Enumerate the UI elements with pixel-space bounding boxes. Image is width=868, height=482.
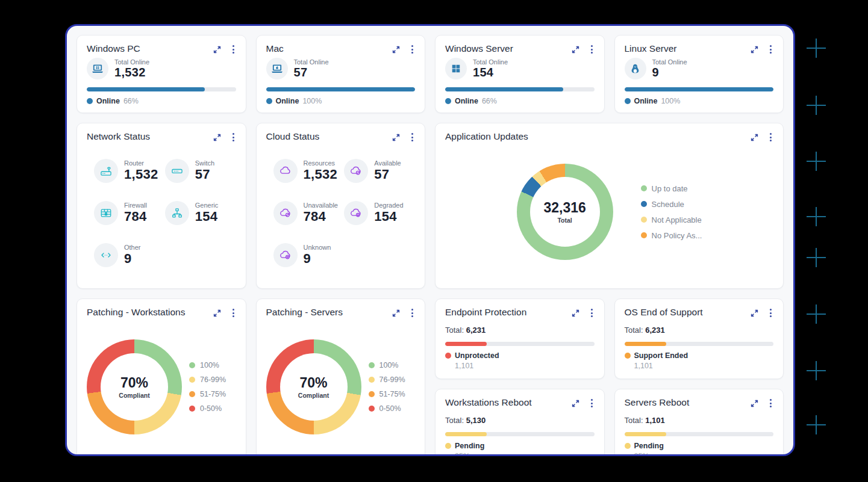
status-dot: [266, 98, 272, 104]
legend-label: No Policy As...: [652, 231, 702, 240]
stat-label: Degraded: [374, 202, 403, 209]
stat-unknown: Unknown 9: [273, 243, 345, 267]
total-line: Total: 1,101: [625, 416, 774, 425]
status-dot: [445, 353, 451, 359]
donut-center-label: Compliant: [119, 392, 149, 399]
card-title: Mac: [266, 43, 284, 54]
online-progress-bar: [445, 87, 595, 91]
expand-icon[interactable]: [750, 45, 759, 54]
donut-center-value: 70%: [299, 375, 327, 391]
legend-label: 76-99%: [379, 375, 405, 384]
stat-value: 1,532: [124, 167, 158, 182]
kebab-menu-icon[interactable]: [768, 398, 773, 408]
expand-icon[interactable]: [750, 399, 759, 408]
status-label: Online: [96, 97, 120, 105]
metric-value: 57: [294, 66, 329, 79]
status-label: Pending: [455, 442, 484, 450]
legend-label: 76-99%: [200, 375, 226, 384]
kebab-menu-icon[interactable]: [589, 45, 595, 54]
expand-icon[interactable]: [213, 45, 222, 54]
kebab-menu-icon[interactable]: [768, 132, 773, 142]
legend-item: Schedule: [641, 200, 702, 209]
kebab-menu-icon[interactable]: [410, 132, 415, 142]
mac-laptop-icon: [266, 58, 288, 79]
status-label: Online: [634, 97, 658, 105]
online-progress-bar: [266, 87, 416, 91]
expand-icon[interactable]: [213, 309, 222, 318]
card-mac: Mac Total Online 57 Online 100%: [256, 35, 426, 113]
stat-value: 9: [124, 251, 141, 267]
expand-icon[interactable]: [392, 133, 401, 142]
metric-label: Total Online: [473, 58, 508, 66]
support-ended-progress-bar: [625, 342, 774, 346]
stat-label: Firewall: [124, 202, 147, 209]
expand-icon[interactable]: [750, 309, 759, 318]
legend-item: 0-50%: [189, 404, 226, 413]
windows-logo-icon: [445, 58, 467, 79]
plus-decoration-icon: [807, 304, 826, 324]
online-progress-bar: [625, 87, 774, 91]
pending-progress-bar: [445, 432, 595, 436]
kebab-menu-icon[interactable]: [231, 45, 236, 54]
card-windows-pc: Windows PC Total Online 1,532 Online 66%: [76, 35, 246, 113]
plus-decoration-icon: [807, 96, 826, 115]
total-value: 6,231: [645, 326, 665, 335]
stat-unavailable: Unavailable 784: [273, 201, 345, 225]
stat-value: 57: [195, 167, 214, 182]
card-endpoint-protection: Endpoint Protection Total: 6,231 Unprote…: [435, 298, 605, 379]
chart-legend: 100% 76-99% 51-75% 0-50%: [189, 361, 226, 413]
donut-center-value: 70%: [120, 375, 148, 391]
online-progress-bar: [87, 87, 236, 91]
firewall-icon: [94, 201, 118, 225]
expand-icon[interactable]: [392, 45, 401, 54]
kebab-menu-icon[interactable]: [231, 308, 236, 318]
card-windows-server: Windows Server Total Online 154 Online 6…: [435, 35, 605, 113]
status-dot: [445, 443, 451, 449]
cloud-degraded-icon: [344, 201, 368, 225]
card-patching-servers: Patching - Servers 70% Compliant 100% 76…: [256, 298, 426, 456]
chart-legend: 100% 76-99% 51-75% 0-50%: [369, 361, 405, 413]
card-title: Network Status: [87, 131, 150, 142]
legend-item: 100%: [189, 361, 226, 369]
card-servers-reboot: Servers Reboot Total: 1,101 Pending 25%: [614, 389, 784, 456]
status-value: 25%: [625, 452, 774, 456]
card-title: OS End of Support: [625, 307, 703, 318]
switch-icon: [165, 159, 189, 183]
card-title: Application Updates: [445, 131, 528, 142]
pending-progress-bar: [625, 432, 774, 436]
plus-decoration-icon: [807, 207, 826, 226]
expand-icon[interactable]: [750, 133, 759, 142]
chart-legend: Up to date Schedule Not Applicable No Po…: [641, 184, 702, 240]
total-line: Total: 5,130: [445, 416, 595, 425]
status-dot: [445, 98, 451, 104]
expand-icon[interactable]: [392, 309, 401, 318]
status-percent: 100%: [302, 97, 322, 105]
other-device-icon: [94, 243, 118, 267]
card-title: Patching - Workstations: [87, 307, 185, 318]
legend-label: 51-75%: [379, 390, 405, 398]
kebab-menu-icon[interactable]: [231, 132, 236, 142]
kebab-menu-icon[interactable]: [589, 398, 595, 408]
kebab-menu-icon[interactable]: [410, 45, 415, 54]
stat-label: Other: [124, 244, 141, 251]
expand-icon[interactable]: [213, 133, 222, 142]
kebab-menu-icon[interactable]: [768, 308, 773, 318]
kebab-menu-icon[interactable]: [589, 308, 595, 318]
card-linux-server: Linux Server Total Online 9 Online 100%: [614, 35, 784, 113]
stat-label: Switch: [195, 159, 214, 167]
stat-other: Other 9: [94, 243, 165, 267]
expand-icon[interactable]: [571, 399, 580, 408]
legend-item: 76-99%: [369, 375, 405, 384]
plus-decoration-icon: [807, 39, 826, 58]
kebab-menu-icon[interactable]: [410, 308, 415, 318]
card-os-end-of-support: OS End of Support Total: 6,231 Support E…: [614, 298, 784, 379]
status-value: 1,101: [625, 362, 774, 370]
status-label: Support Ended: [634, 351, 688, 360]
expand-icon[interactable]: [571, 309, 580, 318]
legend-item: 76-99%: [189, 375, 226, 384]
router-icon: [94, 159, 118, 183]
kebab-menu-icon[interactable]: [768, 45, 773, 54]
status-percent: 66%: [123, 97, 139, 105]
status-value: 1,101: [445, 362, 595, 370]
expand-icon[interactable]: [571, 45, 580, 54]
